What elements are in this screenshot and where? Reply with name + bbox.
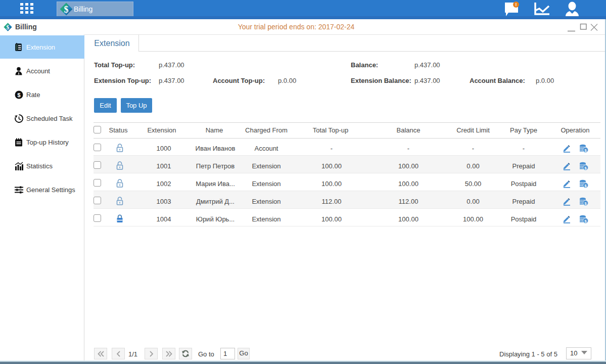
svg-text:!: !	[516, 2, 517, 7]
svg-text:$: $	[17, 92, 21, 98]
svg-text:$: $	[64, 5, 69, 15]
